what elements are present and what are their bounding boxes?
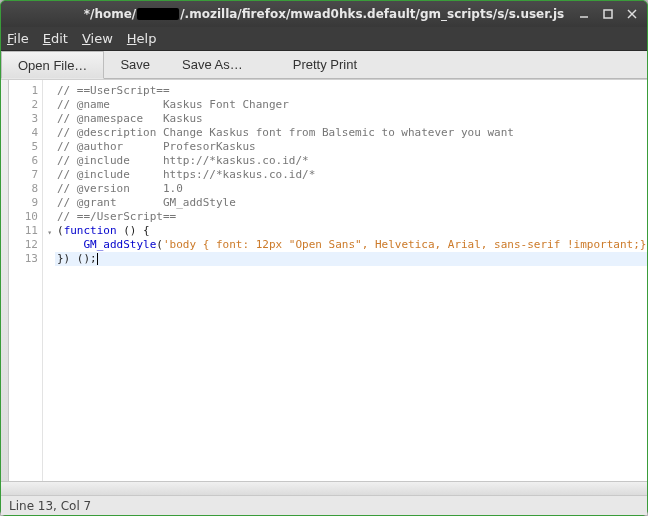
line-number: 8 [9,182,42,196]
line-number: 13 [9,252,42,266]
line-number: 7 [9,168,42,182]
line-number: 1 [9,84,42,98]
save-as-button[interactable]: Save As… [166,51,259,78]
save-button[interactable]: Save [104,51,166,78]
cursor-position: Line 13, Col 7 [9,499,91,513]
line-number: 12 [9,238,42,252]
code-area[interactable]: // ==UserScript==// @name Kaskus Font Ch… [55,80,647,481]
code-token: () { [117,224,150,237]
line-number: 4 [9,126,42,140]
line-number: 3 [9,112,42,126]
line-number: 5 [9,140,42,154]
close-button[interactable] [625,7,639,21]
maximize-button[interactable] [601,7,615,21]
horizontal-scrollbar[interactable] [1,481,647,495]
code-token: // @grant GM_addStyle [57,196,236,209]
fold-column [43,80,55,481]
code-token: // ==/UserScript== [57,210,176,223]
menubar: File Edit View Help [1,27,647,51]
code-token: // @namespace Kaskus [57,112,203,125]
code-line[interactable]: // @description Change Kaskus font from … [55,126,647,140]
code-token: // @author ProfesorKaskus [57,140,256,153]
redacted-username [137,8,179,20]
titlebar[interactable]: */home/ /.mozilla/firefox/mwad0hks.defau… [1,1,647,27]
code-token: GM_addStyle [84,238,157,251]
text-caret [97,253,98,265]
statusbar: Line 13, Col 7 [1,495,647,515]
menu-file[interactable]: File [7,31,29,46]
line-number: 6 [9,154,42,168]
code-line[interactable]: // ==/UserScript== [55,210,647,224]
code-line[interactable]: // @namespace Kaskus [55,112,647,126]
editor[interactable]: 1234567891011▾1213 // ==UserScript==// @… [1,79,647,481]
code-line[interactable]: // @author ProfesorKaskus [55,140,647,154]
line-number: 10 [9,210,42,224]
code-line[interactable]: (function () { [55,224,647,238]
code-line[interactable]: }) (); [55,252,647,266]
minimize-button[interactable] [577,7,591,21]
menu-help[interactable]: Help [127,31,157,46]
code-line[interactable]: // ==UserScript== [55,84,647,98]
code-token: // @name Kaskus Font Changer [57,98,289,111]
menu-view[interactable]: View [82,31,113,46]
code-token: }) (); [57,252,97,265]
left-scroll-edge [1,80,9,481]
svg-rect-1 [604,10,612,18]
pretty-print-button[interactable]: Pretty Print [277,51,373,78]
code-token [57,238,84,251]
code-line[interactable]: // @include https://*kaskus.co.id/* [55,168,647,182]
code-token: // @include http://*kaskus.co.id/* [57,154,309,167]
code-token: ( [57,224,64,237]
code-line[interactable]: GM_addStyle('body { font: 12px "Open San… [55,238,647,252]
code-token: function [64,224,117,237]
code-token: // @version 1.0 [57,182,183,195]
code-token: ( [156,238,163,251]
code-line[interactable]: // @name Kaskus Font Changer [55,98,647,112]
code-token: 'body { font: 12px "Open Sans", Helvetic… [163,238,647,251]
title-suffix: /.mozilla/firefox/mwad0hks.default/gm_sc… [180,7,564,21]
fold-marker-icon[interactable]: ▾ [47,226,52,240]
line-number: 11▾ [9,224,42,238]
line-number: 9 [9,196,42,210]
open-file-button[interactable]: Open File… [1,51,104,79]
line-number-gutter: 1234567891011▾1213 [9,80,43,481]
code-token: // @include https://*kaskus.co.id/* [57,168,315,181]
toolbar-spacer [259,51,277,78]
code-line[interactable]: // @version 1.0 [55,182,647,196]
app-window: */home/ /.mozilla/firefox/mwad0hks.defau… [0,0,648,516]
window-title: */home/ /.mozilla/firefox/mwad0hks.defau… [7,7,641,21]
toolbar: Open File… Save Save As… Pretty Print [1,51,647,79]
code-line[interactable]: // @grant GM_addStyle [55,196,647,210]
code-token: // @description Change Kaskus font from … [57,126,514,139]
line-number: 2 [9,98,42,112]
code-line[interactable]: // @include http://*kaskus.co.id/* [55,154,647,168]
window-controls [577,1,639,27]
menu-edit[interactable]: Edit [43,31,68,46]
code-token: // ==UserScript== [57,84,170,97]
title-prefix: */home/ [84,7,136,21]
